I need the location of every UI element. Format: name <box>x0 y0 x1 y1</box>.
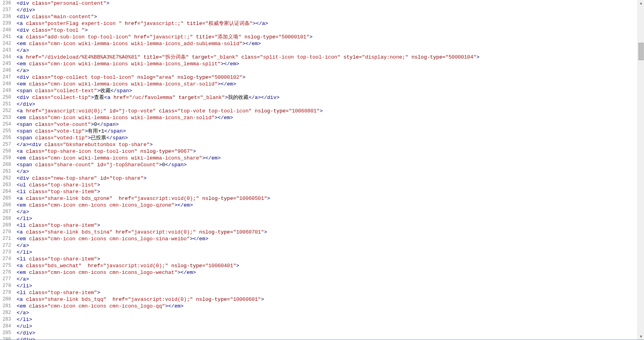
code-line[interactable]: <a class="share-link bds_qzone" href="ja… <box>17 195 637 202</box>
code-line[interactable]: <em class="cmn-icon cmn-icons cmn-icons_… <box>17 303 637 310</box>
token-val: "/divideload/%E4%BB%A3%E7%A0%81" <box>41 54 140 60</box>
token-punct: = <box>442 54 445 60</box>
token-tag: > <box>320 108 323 114</box>
code-line[interactable]: <div class="top-collect top-tool-icon" n… <box>17 74 637 81</box>
code-line[interactable]: <a class="posterFlag expert-icon " href=… <box>17 20 637 27</box>
line-number: 271 <box>0 236 11 242</box>
token-tag: </a> <box>17 209 29 215</box>
code-line[interactable]: <div class="personal-content"> <box>17 0 637 7</box>
token-val: "10060801" <box>289 108 320 114</box>
code-line[interactable]: <a class="share-link bds_tqq" href="java… <box>17 296 637 303</box>
token-text <box>131 34 134 40</box>
token-tag: ></em> <box>218 81 236 87</box>
token-val: "main-content" <box>51 14 94 20</box>
code-line[interactable]: </li> <box>17 215 637 222</box>
token-tag: <em <box>17 61 26 67</box>
code-line[interactable]: <span class="collect-text">收藏</span> <box>17 87 637 94</box>
token-attr: href <box>134 34 147 40</box>
token-attr: class <box>29 303 44 309</box>
token-val: "/uc/favolemma" <box>129 95 176 101</box>
token-tag: <em <box>17 236 26 242</box>
code-line[interactable]: </ul> <box>17 323 637 330</box>
token-val: "50000102" <box>212 74 243 80</box>
code-line[interactable]: </li> <box>17 249 637 256</box>
vertical-scrollbar[interactable]: ▲ ▼ <box>637 0 644 340</box>
code-line[interactable]: <div class="main-content"> <box>17 13 637 20</box>
scroll-down-arrow-icon[interactable]: ▼ <box>638 333 644 340</box>
token-attr: class <box>32 95 48 101</box>
token-val: "javascript:void(0);" <box>128 296 193 302</box>
code-line[interactable]: <li class="top-share-item"> <box>17 256 637 262</box>
token-tag: <div <box>17 0 29 6</box>
line-number: 259 <box>0 155 11 161</box>
scroll-up-arrow-icon[interactable]: ▲ <box>638 0 644 7</box>
code-line[interactable]: <em class="cmn-icon wiki-lemma-icons wik… <box>17 81 637 87</box>
token-punct: = <box>275 34 279 40</box>
code-line[interactable]: <div class="collect-tip">查看<a href="/uc/… <box>17 94 637 101</box>
token-tag: > <box>150 142 153 148</box>
code-line[interactable]: <em class="cmn-icon wiki-lemma-icons wik… <box>17 40 637 47</box>
code-line[interactable]: <a class="bds_wechat" href="javascript:v… <box>17 262 637 269</box>
token-tag: > <box>97 290 100 296</box>
code-line[interactable]: </div> <box>17 7 637 13</box>
code-line[interactable]: <li class="top-share-item"> <box>17 222 637 229</box>
code-line[interactable]: <div class="new-top-share" id="top-share… <box>17 175 637 182</box>
code-line[interactable]: <div class="top-tool "> <box>17 27 637 34</box>
token-attr: nslog-type <box>140 148 171 154</box>
token-punct: = <box>44 202 48 208</box>
code-line[interactable]: <em class="cmn-icon wiki-lemma-icons wik… <box>17 114 637 121</box>
token-text <box>113 196 119 201</box>
code-line[interactable]: <ul class="top-share-list"> <box>17 182 637 188</box>
scroll-thumb[interactable] <box>638 43 644 60</box>
code-line[interactable]: </a> <box>17 47 637 54</box>
code-line[interactable]: <span class="vote-tip">有用+1</span> <box>17 128 637 135</box>
token-tag: > <box>193 148 196 154</box>
code-line[interactable]: <li class="top-share-item"> <box>17 289 637 296</box>
code-line[interactable]: <li class="top-share-item"> <box>17 188 637 195</box>
token-text <box>32 135 35 141</box>
code-line[interactable]: </a><div class="bksharebuttonbox top-sha… <box>17 141 637 148</box>
code-line[interactable]: </a> <box>17 242 637 249</box>
line-number: 253 <box>0 114 11 121</box>
code-line[interactable]: <span class="share-count" id="j-topShare… <box>17 161 637 168</box>
token-tag: <span <box>17 122 32 127</box>
code-line[interactable]: </a> <box>17 310 637 316</box>
token-punct: = <box>51 88 54 94</box>
token-attr: class <box>29 61 44 67</box>
code-line[interactable]: </div> <box>17 330 637 336</box>
token-val: "cmn-icon wiki-lemma-icons wiki-lemma-ic… <box>48 41 242 47</box>
token-text <box>252 108 255 114</box>
token-val: "javascript:void(0);" <box>103 263 168 269</box>
token-tag: <a <box>17 54 23 60</box>
code-line[interactable]: </li> <box>17 316 637 323</box>
code-line[interactable]: </a> <box>17 67 637 74</box>
token-val: "display:none;" <box>362 54 408 60</box>
token-attr: class <box>26 196 41 201</box>
code-line[interactable]: <em class="cmn-icon cmn-icons cmn-icons_… <box>17 269 637 276</box>
code-line[interactable]: <span class="vote-count">0</span> <box>17 121 637 128</box>
token-val: "split-icon top-tool-icon" <box>260 54 340 60</box>
token-attr: class <box>29 155 44 161</box>
line-number: 263 <box>0 182 11 188</box>
token-tag: </div> <box>17 330 35 336</box>
code-line[interactable]: </a> <box>17 168 637 175</box>
code-line[interactable]: </a> <box>17 209 637 215</box>
code-line[interactable]: <em class="cmn-icon cmn-icons cmn-icons_… <box>17 236 637 242</box>
code-line[interactable]: <a class="share-link bds_tsina" href="ja… <box>17 229 637 236</box>
code-line[interactable]: <em class="cmn-icon wiki-lemma-icons wik… <box>17 155 637 161</box>
code-line[interactable]: <em class="cmn-icon wiki-lemma-icons wik… <box>17 61 637 67</box>
code-line[interactable]: <a class="top-share-icon top-tool-icon" … <box>17 148 637 155</box>
code-editor-content[interactable]: <div class="personal-content"></div><div… <box>14 0 637 340</box>
code-line[interactable]: </div> <box>17 101 637 108</box>
token-attr: class <box>35 135 51 141</box>
code-line[interactable]: <a href="/divideload/%E4%BB%A3%E7%A0%81"… <box>17 54 637 61</box>
code-line[interactable]: </li> <box>17 283 637 289</box>
code-line[interactable]: <a class="add-sub-icon top-tool-icon" hr… <box>17 34 637 40</box>
token-tag: <li <box>17 256 26 262</box>
code-line[interactable]: <a href="javascript:void(0);" id="j-top-… <box>17 108 637 114</box>
code-line[interactable]: </a> <box>17 276 637 283</box>
token-punct: = <box>159 54 162 60</box>
token-attr: class <box>29 189 44 195</box>
code-line[interactable]: <span class="voted-tip">已投票</span> <box>17 135 637 141</box>
code-line[interactable]: <em class="cmn-icon cmn-icons cmn-icons_… <box>17 202 637 209</box>
